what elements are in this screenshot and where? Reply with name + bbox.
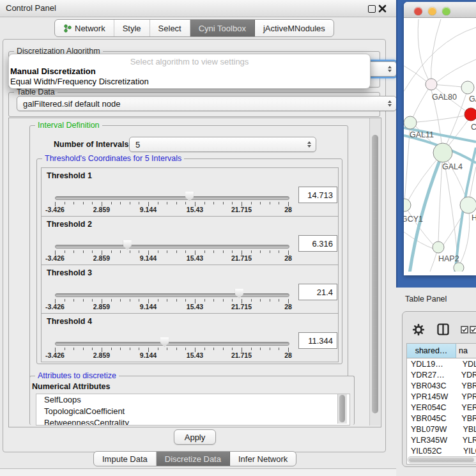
network-node[interactable] — [426, 79, 437, 90]
traffic-zoom-button[interactable] — [442, 7, 450, 15]
vertical-scrollbar-thumb[interactable] — [372, 135, 378, 413]
traffic-minimize-button[interactable] — [428, 7, 436, 15]
network-canvas[interactable]: GAL80GACGAL11GAL4GCY1HHAP2 — [404, 18, 476, 272]
table-row[interactable]: YER054CYER0 — [407, 402, 476, 413]
attribute-list-item[interactable]: BetweennessCentrality — [36, 417, 349, 426]
threshold-slider-track[interactable] — [55, 293, 289, 297]
cell-name[interactable]: YDL1 — [459, 358, 476, 369]
traffic-close-button[interactable] — [414, 7, 422, 15]
attribute-list-item[interactable]: TopologicalCoefficient — [36, 406, 349, 417]
cell-name[interactable]: YBR0 — [457, 380, 476, 391]
network-node[interactable] — [464, 108, 476, 121]
table-row[interactable]: YLR345WYLR3 — [407, 434, 476, 445]
tab-style[interactable]: Style — [114, 20, 150, 36]
network-node[interactable] — [461, 81, 474, 94]
table-row[interactable]: YBR043CYBR0 — [407, 380, 476, 391]
table-row[interactable]: YDL19…YDL1 — [407, 358, 476, 369]
gear-icon[interactable] — [413, 324, 424, 335]
threshold-slider-track[interactable] — [55, 245, 289, 249]
tab-cyni-toolbox[interactable]: Cyni Toolbox — [190, 20, 255, 36]
attributes-group-title: Attributes to discretize — [35, 371, 119, 380]
tab-select[interactable]: Select — [150, 20, 190, 36]
table-data-group-title: Table Data — [14, 88, 58, 96]
cell-name[interactable]: YPR1 — [457, 391, 476, 402]
column-header-name[interactable]: na — [456, 344, 476, 358]
network-node[interactable] — [404, 116, 417, 129]
network-node[interactable] — [404, 199, 411, 211]
cell-shared-name[interactable]: YER054C — [407, 402, 457, 413]
threshold-value-field[interactable]: 14.713 — [298, 187, 337, 203]
cell-shared-name[interactable]: YDR27… — [407, 369, 457, 380]
menu-item-equal-width-frequency[interactable]: Equal Width/Frequency Discretization — [10, 77, 149, 86]
slider-tick-labels: -3.4262.8599.14415.4321.71528 — [55, 351, 288, 359]
network-node[interactable] — [433, 242, 444, 253]
table-horizontal-scrollbar-thumb[interactable] — [409, 457, 474, 462]
select-all-checkbox-icon[interactable] — [461, 326, 468, 334]
network-edge[interactable] — [418, 19, 431, 84]
cell-name[interactable]: YBL0 — [459, 424, 476, 434]
control-panel-titlebar: Control Panel — [0, 0, 396, 17]
table-row[interactable]: YBR045CYBR0 — [407, 413, 476, 424]
cell-name[interactable]: YDR2 — [457, 369, 476, 380]
threshold-slider-track[interactable] — [55, 196, 289, 200]
cell-shared-name[interactable]: YBL079W — [407, 424, 459, 434]
attributes-scrollbar-thumb[interactable] — [339, 395, 345, 422]
close-icon[interactable] — [378, 4, 387, 13]
combo-stepper-icon — [388, 66, 392, 72]
table-panel-title: Table Panel — [405, 295, 447, 303]
threshold-value-field[interactable]: 21.4 — [298, 284, 337, 300]
table-row[interactable]: YPR145WYPR1 — [407, 391, 476, 402]
tab-infer-network[interactable]: Infer Network — [230, 452, 296, 466]
deselect-all-checkbox-icon[interactable] — [470, 326, 476, 334]
cell-shared-name[interactable]: YDL19… — [407, 358, 459, 369]
cell-shared-name[interactable]: YLR345W — [407, 434, 459, 445]
table-row[interactable]: YIL052CYIL0 — [407, 445, 476, 456]
network-node-label: GAL4 — [442, 162, 463, 171]
threshold-label: Threshold 3 — [47, 268, 92, 277]
network-node[interactable] — [433, 143, 452, 162]
table-horizontal-scrollbar[interactable] — [408, 456, 476, 463]
threshold-panel: Threshold 3 -3.4262.8599.14415.4321.7152… — [41, 265, 339, 314]
threshold-value-field[interactable]: 6.316 — [298, 235, 337, 252]
network-node-label: GCY1 — [404, 215, 423, 224]
cell-shared-name[interactable]: YBR043C — [407, 380, 457, 391]
network-edge[interactable] — [404, 66, 426, 81]
apply-button[interactable]: Apply — [174, 429, 216, 445]
threshold-slider-track[interactable] — [55, 342, 289, 346]
cell-name[interactable]: YBR0 — [457, 413, 476, 424]
column-header-shared-name[interactable]: shared… — [407, 344, 456, 358]
tab-discretize-data[interactable]: Discretize Data — [157, 452, 230, 466]
network-edge[interactable] — [431, 19, 441, 84]
network-edge[interactable] — [437, 59, 476, 82]
threshold-value-field[interactable]: 11.344 — [298, 332, 337, 349]
number-of-intervals-combobox[interactable]: 5 — [129, 137, 316, 152]
tab-impute-data[interactable]: Impute Data — [94, 452, 157, 466]
float-window-icon[interactable] — [368, 5, 376, 13]
threshold-panel: Threshold 1 -3.4262.8599.14415.4321.7152… — [41, 167, 339, 217]
menu-item-manual-discretization[interactable]: Manual Discretization — [10, 66, 96, 76]
tab-network[interactable]: Network — [55, 20, 114, 36]
table-row[interactable]: YBL079WYBL0 — [407, 424, 476, 434]
tab-jactivemnodules[interactable]: jActiveMNodules — [255, 20, 334, 36]
vertical-scrollbar[interactable] — [369, 118, 380, 426]
numerical-attributes-list[interactable]: SelfLoopsTopologicalCoefficientBetweenne… — [36, 394, 350, 426]
cell-name[interactable]: YIL0 — [459, 445, 476, 456]
cell-name[interactable]: YER0 — [457, 402, 476, 413]
table-data-combobox[interactable]: galFiltered.sif default node — [17, 96, 397, 111]
table-row[interactable]: YDR27…YDR2 — [407, 369, 476, 380]
cell-shared-name[interactable]: YBR045C — [407, 413, 457, 424]
network-node-label: GAL11 — [410, 130, 434, 139]
network-node[interactable] — [460, 197, 476, 213]
combo-stepper-icon — [307, 141, 311, 148]
cell-name[interactable]: YLR3 — [459, 434, 476, 445]
cyni-bottom-tabbar: Impute Data Discretize Data Infer Networ… — [93, 451, 296, 466]
network-node[interactable] — [454, 263, 464, 272]
attribute-list-item[interactable]: SelfLoops — [36, 394, 349, 406]
cell-shared-name[interactable]: YPR145W — [407, 391, 457, 402]
network-window-titlebar[interactable] — [404, 2, 476, 18]
attributes-scrollbar[interactable] — [337, 394, 347, 424]
node-table: shared… na YDL19…YDL1YDR27…YDR2YBR043CYB… — [406, 343, 476, 464]
cell-shared-name[interactable]: YIL052C — [407, 445, 459, 456]
network-node-label: GAL80 — [432, 93, 457, 102]
column-browser-icon[interactable] — [437, 323, 449, 335]
